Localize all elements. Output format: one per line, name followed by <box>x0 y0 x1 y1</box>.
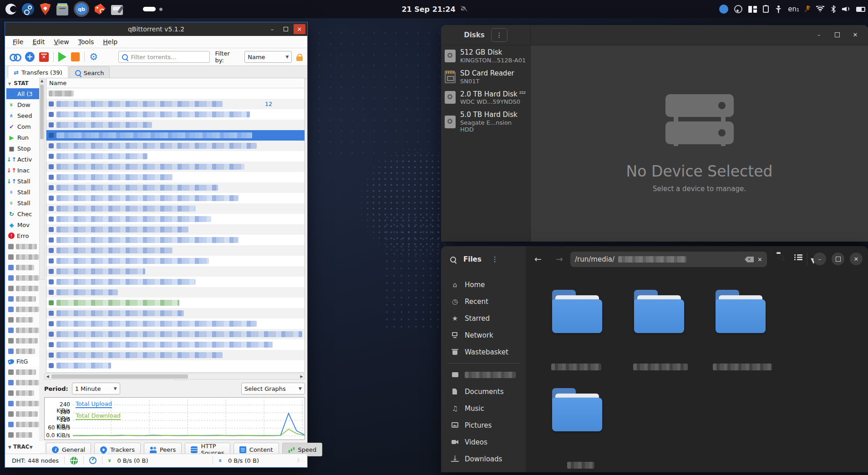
torrent-row[interactable] <box>46 193 305 203</box>
menu-file[interactable]: File <box>9 37 27 46</box>
torrent-row[interactable]: 12 <box>46 99 305 109</box>
files-headerbar[interactable]: Files ⋮ ← → /run/media/ ✕ ✕ ▼ – ✕ <box>441 246 868 273</box>
forward-button[interactable]: → <box>556 254 563 264</box>
category-fitg[interactable]: FitG <box>6 356 39 367</box>
category-row-redacted[interactable] <box>6 335 39 346</box>
status-filter-run[interactable]: ▶Run <box>6 132 39 143</box>
torrent-row[interactable] <box>46 141 305 151</box>
splitter-handle[interactable]: ······ <box>175 378 188 383</box>
torrent-row[interactable] <box>46 360 305 371</box>
status-filter-com[interactable]: ✔Com <box>6 121 39 132</box>
sidebar-item-recent[interactable]: ◷Recent <box>441 293 526 310</box>
status-filter-dow[interactable]: »Dow <box>6 99 39 110</box>
add-torrent-link-icon[interactable] <box>10 53 20 61</box>
torrent-row[interactable] <box>46 88 305 99</box>
close-button[interactable]: ✕ <box>849 28 862 41</box>
torrent-row[interactable] <box>46 329 305 339</box>
stop-icon[interactable] <box>71 52 80 61</box>
sidebar-scrollbar[interactable]: ▲ <box>39 78 45 280</box>
sidebar-item-home[interactable]: ⌂Home <box>441 276 526 293</box>
folder-icon[interactable] <box>552 290 602 333</box>
tab-transfers[interactable]: ⇄Transfers (39) <box>8 66 68 79</box>
status-filter-stall[interactable]: »Stall <box>6 197 39 208</box>
maximize-button[interactable] <box>831 28 843 41</box>
folder-icon[interactable] <box>634 290 684 333</box>
clipboard-icon[interactable] <box>763 5 769 13</box>
category-row-redacted[interactable] <box>6 346 39 356</box>
disk-item[interactable]: 2.0 TB Hard DiskzzzWDC WD...59YNDS0 <box>441 87 530 108</box>
sidebar-item-network[interactable]: Network <box>441 327 526 344</box>
category-row-redacted[interactable] <box>6 304 39 314</box>
scroll-left-icon[interactable]: ◀ <box>45 374 51 379</box>
sidebar-item-wastebasket[interactable]: Wastebasket <box>441 344 526 360</box>
torrent-row[interactable] <box>46 287 305 298</box>
status-filter-erro[interactable]: !Erro <box>6 230 39 241</box>
torrent-row[interactable] <box>46 172 305 182</box>
disk-item[interactable]: 5.0 TB Hard DiskSeagate E...nsion HDD <box>441 108 530 136</box>
sidebar-item-videos[interactable]: Videos <box>441 434 526 450</box>
category-row-redacted[interactable] <box>6 419 39 430</box>
sidebar-item-pictures[interactable]: Pictures <box>441 417 526 434</box>
menu-help[interactable]: Help <box>99 37 122 46</box>
delete-torrent-icon[interactable]: ✕ <box>39 52 49 62</box>
accessibility-icon[interactable] <box>775 5 782 13</box>
folder-icon[interactable] <box>716 290 766 333</box>
category-row-redacted[interactable] <box>6 262 39 273</box>
volume-icon[interactable] <box>842 6 850 12</box>
mic-muted-icon[interactable] <box>805 5 810 13</box>
category-row-redacted[interactable] <box>6 325 39 335</box>
torrent-row[interactable] <box>46 130 305 141</box>
maximize-button[interactable] <box>280 24 292 34</box>
column-header-name[interactable]: Name <box>46 78 305 88</box>
torrent-row[interactable] <box>46 339 305 350</box>
category-row-redacted[interactable] <box>6 367 39 377</box>
sidebar-item-documents[interactable]: Documents <box>441 383 526 400</box>
category-row-redacted[interactable] <box>6 398 39 409</box>
category-row-redacted[interactable] <box>6 388 39 398</box>
status-filter-stall[interactable]: ↓↑Stall <box>6 176 39 187</box>
sidebar-item-downloads[interactable]: ↓Downloads <box>441 450 526 467</box>
period-select[interactable]: 1 Minute ▼ <box>72 383 120 394</box>
resume-icon[interactable] <box>58 52 66 62</box>
filter-by-select[interactable]: Name ▼ <box>244 51 292 63</box>
torrent-row[interactable] <box>46 162 305 172</box>
sidebar-item-music[interactable]: ♫Music <box>441 400 526 417</box>
category-row-redacted[interactable] <box>6 241 39 252</box>
status-filter-inac[interactable]: ↓↑Inac <box>6 165 39 176</box>
disk-item[interactable]: SD Card ReaderSN01T <box>441 66 530 87</box>
steam-tray-icon[interactable] <box>734 5 742 13</box>
tab-search[interactable]: Search <box>69 66 110 79</box>
menu-view[interactable]: View <box>50 37 73 46</box>
close-path-icon[interactable]: ✕ <box>757 256 762 263</box>
list-view-icon[interactable] <box>794 253 803 260</box>
clear-path-icon[interactable]: ✕ <box>745 257 754 263</box>
back-button[interactable]: ← <box>534 254 542 264</box>
torrent-row[interactable] <box>46 256 305 266</box>
select-graphs-select[interactable]: Select Graphs ▼ <box>241 383 305 394</box>
status-filter-stall[interactable]: «Stall <box>6 187 39 197</box>
trackers-section-header[interactable]: ▼ TRAC▼ <box>6 441 45 453</box>
category-row-redacted[interactable] <box>6 314 39 325</box>
files-menu-button[interactable]: ⋮ <box>492 255 498 263</box>
resize-grip[interactable]: ⡿ <box>297 458 300 463</box>
category-row-redacted[interactable] <box>6 273 39 283</box>
torrent-row[interactable] <box>46 109 305 120</box>
category-row-redacted[interactable] <box>6 293 39 304</box>
torrent-row[interactable] <box>46 203 305 214</box>
filter-torrents-input[interactable]: Filter torrents... <box>118 51 209 63</box>
battery-icon[interactable] <box>856 7 865 12</box>
status-filter-all[interactable]: ⇄All (3 <box>6 88 39 99</box>
speed-limits-gauge-icon[interactable] <box>89 457 96 464</box>
torrent-row[interactable] <box>46 235 305 245</box>
scroll-up-icon[interactable]: ▲ <box>40 78 44 84</box>
torrent-row[interactable] <box>46 350 305 360</box>
disks-menu-button[interactable]: ⋮ <box>491 28 508 42</box>
torrent-row[interactable] <box>46 224 305 235</box>
keyboard-layout[interactable]: en₁ <box>788 5 799 13</box>
torrent-row[interactable] <box>46 245 305 256</box>
torrent-row[interactable] <box>46 318 305 329</box>
status-filter-chec[interactable]: ↻Chec <box>6 208 39 219</box>
status-section-header[interactable]: ▼ STAT <box>6 78 39 88</box>
lock-icon[interactable] <box>296 56 303 61</box>
category-row-redacted[interactable] <box>6 252 39 262</box>
